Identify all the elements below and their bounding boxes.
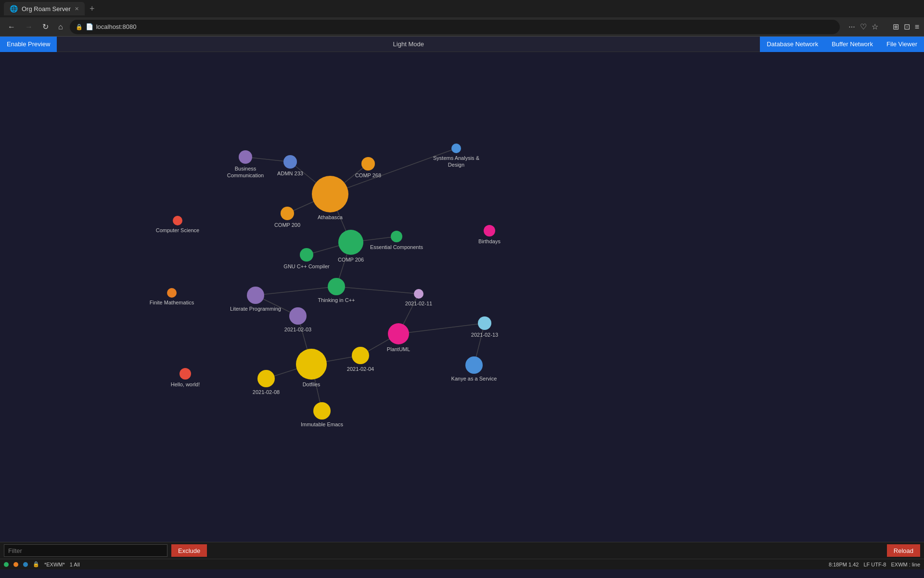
status-bar: 🔒 *EXWM* 1 All 8:18PM 1.42 LF UTF-8 EXWM… — [0, 559, 924, 569]
time-label: 8:18PM 1.42 — [829, 562, 859, 567]
file-viewer-button[interactable]: File Viewer — [880, 37, 924, 52]
node-essential-components[interactable] — [391, 231, 402, 242]
node-label-gnu-cpp: GNU C++ Compiler — [283, 263, 329, 270]
node-label-comp268: COMP 268 — [355, 172, 381, 179]
node-label-thinking-cpp: Thinking in C++ — [318, 297, 355, 303]
tab-favicon: 🌐 — [10, 5, 18, 13]
node-admn233[interactable] — [283, 155, 297, 169]
svg-line-9 — [256, 287, 336, 295]
browser-tab[interactable]: 🌐 Org Roam Server ✕ — [4, 2, 85, 15]
status-dot-blue — [23, 562, 28, 567]
node-date-2021-02-08[interactable] — [257, 370, 275, 387]
home-button[interactable]: ⌂ — [55, 21, 66, 33]
menu-icon[interactable]: ≡ — [915, 23, 919, 31]
status-lock: 🔒 — [33, 561, 39, 567]
node-label-systems-analysis: Systems Analysis &Design — [433, 155, 479, 169]
node-immutable-emacs[interactable] — [313, 402, 331, 420]
forward-button[interactable]: → — [22, 21, 36, 33]
enable-preview-button[interactable]: Enable Preview — [0, 37, 57, 52]
node-athabasca[interactable] — [312, 176, 348, 212]
buffer-network-button[interactable]: Buffer Network — [825, 37, 880, 52]
node-label-date-2021-02-04: 2021-02-04 — [347, 366, 374, 372]
node-label-date-2021-02-11: 2021-02-11 — [405, 300, 432, 307]
node-label-dotfiles: Dotfiles — [303, 381, 321, 388]
app-toolbar: Enable Preview Light Mode Database Netwo… — [0, 37, 924, 52]
node-label-date-2021-02-13: 2021-02-13 — [471, 331, 498, 338]
node-comp200[interactable] — [281, 207, 294, 220]
back-button[interactable]: ← — [5, 21, 18, 33]
svg-line-15 — [398, 323, 485, 334]
node-hello-world[interactable] — [180, 368, 191, 380]
reload-button[interactable]: ↻ — [39, 20, 51, 33]
node-label-comp206: COMP 206 — [338, 256, 364, 263]
filter-input[interactable] — [4, 544, 167, 557]
new-tab-button[interactable]: + — [87, 4, 98, 14]
node-label-immutable-emacs: Immutable Emacs — [301, 421, 343, 428]
more-icon[interactable]: ··· — [848, 23, 855, 31]
url-text: localhost:8080 — [96, 23, 137, 30]
node-label-admn233: ADMN 233 — [277, 170, 303, 177]
mode-label: EXWM : line — [891, 562, 920, 567]
split-view-icon[interactable]: ⊡ — [904, 22, 910, 31]
extensions-icon[interactable]: ⊞ — [893, 22, 899, 31]
node-label-date-2021-02-03: 2021-02-03 — [284, 326, 311, 333]
network-canvas: BusinessCommunicationADMN 233COMP 268Sys… — [0, 52, 924, 542]
node-label-hello-world: Hello, world! — [171, 381, 200, 388]
address-bar[interactable]: 🔒 📄 localhost:8080 — [70, 20, 840, 34]
page-icon: 📄 — [86, 23, 93, 30]
node-label-business-comm: BusinessCommunication — [227, 165, 264, 179]
node-thinking-cpp[interactable] — [328, 278, 345, 295]
node-computer-science[interactable] — [173, 216, 182, 225]
node-gnu-cpp[interactable] — [300, 248, 313, 262]
node-kanye[interactable] — [465, 356, 483, 374]
bookmark-icon[interactable]: ☆ — [872, 22, 878, 31]
reading-list-icon[interactable]: ♡ — [860, 22, 867, 31]
node-business-comm[interactable] — [239, 150, 252, 164]
workspace-label: *EXWM* — [44, 562, 65, 567]
database-network-button[interactable]: Database Network — [760, 37, 825, 52]
security-icon: 🔒 — [76, 24, 83, 30]
tab-close-icon[interactable]: ✕ — [75, 6, 79, 12]
reload-button[interactable]: Reload — [887, 544, 920, 557]
exclude-button[interactable]: Exclude — [171, 544, 207, 557]
node-date-2021-02-13[interactable] — [478, 316, 491, 330]
node-birthdays[interactable] — [484, 225, 495, 236]
node-label-finite-math: Finite Mathematics — [150, 299, 194, 306]
node-date-2021-02-04[interactable] — [352, 347, 369, 364]
node-comp268[interactable] — [361, 157, 375, 171]
mode-label: Light Mode — [57, 40, 760, 48]
node-label-computer-science: Computer Science — [156, 227, 200, 234]
node-dotfiles[interactable] — [296, 349, 327, 380]
desktop-label: 1 All — [70, 562, 80, 567]
bottom-bar: Exclude Reload — [0, 542, 924, 559]
node-label-kanye: Kanye as a Service — [451, 375, 497, 382]
svg-line-3 — [330, 148, 456, 194]
node-plantuml[interactable] — [388, 323, 409, 344]
encoding-label: LF UTF-8 — [863, 562, 886, 567]
node-label-birthdays: Birthdays — [478, 238, 500, 245]
browser-right-icons: ··· ♡ ☆ ⊞ ⊡ ≡ — [848, 22, 919, 31]
node-label-essential-components: Essential Components — [370, 244, 423, 250]
node-label-plantuml: PlantUML — [387, 346, 410, 353]
node-date-2021-02-03[interactable] — [289, 307, 307, 325]
node-literate-prog[interactable] — [247, 287, 264, 304]
node-comp206[interactable] — [338, 230, 363, 255]
node-label-literate-prog: Literate Programming — [230, 305, 281, 312]
node-label-comp200: COMP 200 — [274, 222, 300, 228]
tab-title: Org Roam Server — [22, 5, 71, 13]
node-label-date-2021-02-08: 2021-02-08 — [253, 389, 280, 395]
status-dot-orange — [13, 562, 18, 567]
status-dot-green — [4, 562, 9, 567]
network-edges — [0, 52, 924, 542]
node-label-athabasca: Athabasca — [318, 214, 343, 221]
node-date-2021-02-11[interactable] — [414, 289, 424, 299]
svg-line-10 — [336, 287, 419, 294]
node-finite-math[interactable] — [167, 288, 177, 298]
node-systems-analysis[interactable] — [451, 144, 461, 153]
